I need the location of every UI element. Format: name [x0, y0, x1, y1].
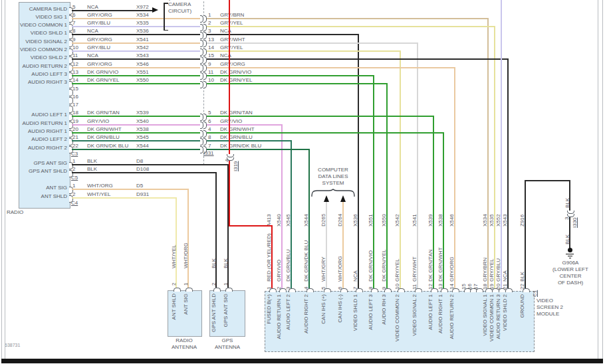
wire	[207, 149, 310, 150]
pin-bump	[225, 288, 233, 292]
label: NCA	[87, 28, 98, 34]
wire	[72, 172, 217, 173]
label: X540	[276, 214, 282, 227]
label: VIDEO SHLD 2	[502, 294, 508, 331]
label: BLK	[564, 234, 570, 244]
label: GRY/ORG	[87, 61, 112, 67]
label: 18	[482, 284, 488, 290]
wire	[72, 132, 200, 134]
label: X545	[136, 134, 149, 140]
label: 1	[183, 283, 189, 286]
label: BLK	[87, 166, 97, 172]
label: DK GRN/TAN	[87, 110, 120, 116]
label: D108	[136, 166, 149, 172]
label: 2	[208, 20, 211, 26]
wire	[494, 26, 495, 288]
radio-pin-label: AUDIO LEFT 2	[31, 136, 67, 142]
label: DK GRN/VIO	[368, 250, 374, 282]
label: DK GRN/BLU	[220, 134, 253, 140]
module-name-line: MODULE	[537, 311, 563, 318]
label: DK GRN/WHT	[87, 126, 122, 132]
label: 8	[72, 28, 75, 34]
backup-camera-line: CAMERA	[168, 1, 200, 8]
computer-data-lines-line: COMPUTER	[293, 167, 373, 173]
pin-bump	[174, 288, 181, 292]
label: D8	[136, 158, 143, 164]
backup-camera-note: (REAR VIEW CAMERA CIRCUIT)	[168, 0, 200, 15]
label: GRY/YEL	[489, 258, 495, 282]
radio-pin-label: ANT SHLD	[41, 193, 67, 199]
label: 14	[72, 77, 78, 83]
label: AUDIO RH 3	[381, 294, 387, 325]
label: GRY/YEL	[220, 45, 243, 50]
label: X535	[489, 214, 495, 227]
label: 2	[276, 287, 282, 290]
label: X546	[136, 61, 149, 67]
label: 3	[285, 287, 291, 290]
video-screen-2-module-label: VIDEO SCREEN 2 MODULE	[537, 298, 563, 318]
wire	[72, 197, 177, 199]
wire	[229, 0, 230, 227]
label: 3	[564, 217, 570, 220]
label: WHT/ORG	[87, 183, 113, 189]
wire	[72, 116, 200, 117]
label: 1	[208, 12, 211, 18]
label: DK GRN/WHT	[220, 126, 255, 132]
label: DK GRN/WHT	[437, 247, 443, 282]
label: GRY/WHT	[220, 37, 245, 43]
label: 3	[208, 28, 211, 34]
wire	[207, 67, 455, 68]
frame-line	[1, 0, 2, 359]
ground-location-line: CENTER	[540, 273, 601, 280]
label: DK GRN/VIO	[87, 69, 118, 75]
wire	[207, 75, 374, 76]
label: 7	[208, 143, 211, 149]
wire	[271, 226, 273, 288]
label: AUDIO RETURN 1	[276, 294, 282, 339]
inline-connector-symbol	[203, 15, 207, 23]
wire	[207, 116, 434, 117]
label: 10	[394, 284, 400, 290]
label: 9	[208, 61, 211, 67]
wire	[72, 43, 200, 44]
inline-connector-symbol	[203, 32, 207, 39]
label: X542	[394, 214, 400, 227]
label: GRY/BRN	[220, 12, 244, 18]
label: 11	[412, 284, 418, 290]
label: 2	[211, 283, 217, 286]
inline-connector-symbol	[203, 138, 207, 145]
label: X972	[136, 4, 149, 10]
label: 21	[72, 134, 78, 140]
label: 19	[489, 284, 495, 290]
label: VIDEO COMMON 2	[394, 294, 400, 341]
label: 7	[72, 20, 75, 26]
wire	[326, 202, 327, 288]
label: CAN IHS (-)	[337, 294, 343, 323]
radio-pin-label: AUDIO LEFT 1	[31, 112, 67, 118]
label: 8	[368, 287, 374, 290]
label: I330	[572, 217, 578, 228]
wire	[72, 10, 152, 11]
label: I319	[233, 161, 239, 171]
label: X544	[136, 143, 149, 149]
label: 12	[427, 284, 433, 290]
inline-connector-symbol	[203, 122, 207, 129]
label: 10	[72, 45, 78, 50]
label: 13	[208, 37, 214, 43]
module-name-line: SCREEN 2	[537, 304, 563, 311]
label: D5	[136, 183, 143, 189]
label: DK GRN/DK BLU	[303, 240, 309, 282]
label: 5	[208, 110, 211, 116]
wire	[72, 149, 200, 150]
radio-component-label: RADIO	[7, 209, 23, 215]
radio-pin-label: AUDIO RETURN 2	[22, 63, 67, 69]
label: X541	[136, 37, 149, 43]
label: 2	[72, 166, 75, 172]
inline-connector-symbol	[203, 48, 207, 56]
label: X535	[136, 20, 149, 26]
label: AUDIO LEFT 2	[285, 294, 291, 330]
wire	[400, 50, 401, 288]
wire	[72, 58, 200, 60]
label: DK GRN/VIO	[220, 69, 251, 75]
module-name-line: VIDEO	[537, 298, 563, 304]
